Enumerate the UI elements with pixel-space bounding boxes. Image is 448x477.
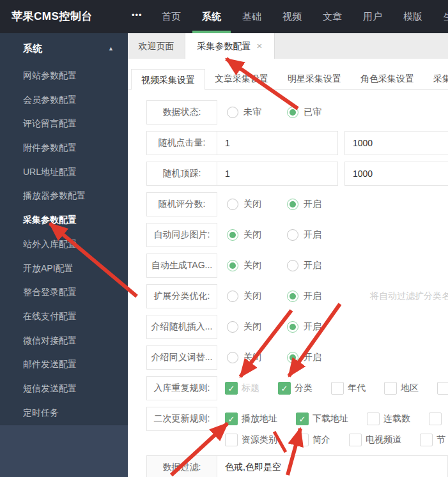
subtab-collect-more[interactable]: 采集: [424, 68, 448, 89]
app-title: 苹果CMS控制台: [12, 0, 93, 33]
sidebar-item-online-pay[interactable]: 在线支付配置: [0, 305, 128, 329]
sidebar-section-system[interactable]: 系统 ▲: [0, 33, 128, 64]
subtab-role-collect[interactable]: 角色采集设置: [351, 68, 424, 89]
radio-icon: [227, 107, 238, 118]
checkbox-icon: [296, 434, 309, 446]
checkbox-title[interactable]: ✓ 标题: [225, 382, 259, 395]
sidebar-item-collect-params[interactable]: 采集参数配置: [0, 208, 128, 232]
form-row-random-score: 随机评分数: 关闭 开启: [146, 192, 448, 216]
nav-home[interactable]: 首页: [162, 0, 181, 33]
checkbox-icon: [349, 434, 362, 446]
checkbox-year[interactable]: 年代: [331, 382, 366, 395]
radio-audited[interactable]: 已审: [287, 107, 321, 118]
radio-off[interactable]: 关闭: [227, 321, 261, 333]
radio-off[interactable]: 关闭: [227, 229, 261, 241]
checkbox-icon: [331, 382, 344, 395]
radio-on[interactable]: 开启: [287, 199, 321, 210]
nav-basic[interactable]: 基础: [242, 0, 261, 33]
sidebar-item-email[interactable]: 邮件发送配置: [0, 352, 128, 377]
sidebar-footer-panel: [0, 425, 128, 477]
radio-on[interactable]: 开启: [287, 260, 321, 271]
data-filter-input[interactable]: [217, 455, 448, 477]
settings-form: 数据状态: 未审 已审 随机点击量:: [128, 90, 448, 477]
radio-on[interactable]: 开启: [287, 291, 321, 302]
random-hits-max-input[interactable]: [344, 131, 448, 155]
nav-video[interactable]: 视频: [282, 0, 302, 33]
radio-checked-icon: [287, 352, 298, 363]
radio-icon: [287, 229, 298, 241]
checkbox-checked-icon: ✓: [278, 382, 291, 395]
radio-off[interactable]: 关闭: [227, 291, 261, 302]
form-row-random-updown: 随机顶踩:: [146, 162, 448, 186]
tab-collect-params[interactable]: 采集参数配置 ×: [185, 33, 275, 59]
checkbox-clipped[interactable]: [429, 413, 445, 425]
radio-off[interactable]: 关闭: [227, 352, 261, 363]
subtab-video-collect[interactable]: 视频采集设置: [131, 69, 205, 90]
nav-generate[interactable]: 生: [444, 0, 448, 33]
radio-on[interactable]: 开启: [287, 321, 321, 333]
checkbox-checked-icon: ✓: [225, 413, 238, 425]
top-nav: 首页 系统 基础 视频 文章 用户 模版 生: [162, 0, 448, 33]
random-updown-max-input[interactable]: [344, 162, 448, 186]
checkbox-serial-count[interactable]: 连载数: [367, 413, 410, 425]
field-label: 扩展分类优化:: [146, 284, 217, 308]
random-updown-min-input[interactable]: [217, 162, 338, 186]
sidebar-item-wechat[interactable]: 微信对接配置: [0, 329, 128, 353]
radio-checked-icon: [287, 107, 298, 118]
checkbox-download-url[interactable]: ✓ 下载地址: [296, 413, 348, 425]
nav-article[interactable]: 文章: [323, 0, 342, 33]
form-row-intro-synonym: 介绍同义词替... 关闭 开启: [146, 345, 448, 370]
sidebar-item-attachment[interactable]: 附件参数配置: [0, 136, 128, 160]
nav-system[interactable]: 系统: [202, 0, 221, 33]
checkbox-resource-type[interactable]: 资源类别: [225, 434, 277, 446]
subtab-article-collect[interactable]: 文章采集设置: [205, 68, 278, 89]
checkbox-play-url[interactable]: ✓ 播放地址: [225, 413, 277, 425]
form-row-sync-images: 自动同步图片: 关闭 开启: [146, 223, 448, 247]
checkbox-clipped[interactable]: [437, 382, 448, 395]
radio-checked-icon: [287, 199, 298, 210]
sidebar-section-label: 系统: [23, 43, 42, 54]
form-row-update-rule: 二次更新规则: ✓ 播放地址 ✓ 下载地址 连载数: [146, 407, 448, 449]
radio-unaudited[interactable]: 未审: [227, 107, 261, 118]
subtab-star-collect[interactable]: 明星采集设置: [278, 68, 351, 89]
sidebar-item-offsite-import[interactable]: 站外入库配置: [0, 232, 128, 257]
nav-template[interactable]: 模版: [403, 0, 422, 33]
radio-off[interactable]: 关闭: [227, 260, 261, 271]
close-icon[interactable]: ×: [257, 33, 263, 59]
checkbox-icon: [225, 434, 238, 446]
sidebar-item-player[interactable]: 播放器参数配置: [0, 184, 128, 208]
more-menu-icon[interactable]: •••: [132, 0, 143, 33]
checkbox-icon: [429, 413, 442, 425]
sidebar-item-url[interactable]: URL地址配置: [0, 160, 128, 185]
sidebar-item-login-integration[interactable]: 整合登录配置: [0, 280, 128, 305]
radio-checked-icon: [227, 229, 238, 241]
tab-welcome[interactable]: 欢迎页面: [128, 33, 185, 59]
checkbox-icon: [420, 434, 433, 446]
radio-on[interactable]: 开启: [287, 229, 321, 241]
main-content: 欢迎页面 采集参数配置 × 视频采集设置 文章采集设置 明星采集设置 角色采集设…: [128, 33, 448, 477]
sidebar-item-comment[interactable]: 评论留言配置: [0, 112, 128, 136]
form-row-random-hits: 随机点击量:: [146, 131, 448, 155]
sidebar-item-cron[interactable]: 定时任务: [0, 401, 128, 425]
sidebar-menu: 网站参数配置 会员参数配置 评论留言配置 附件参数配置 URL地址配置 播放器参…: [0, 64, 128, 425]
sidebar-item-open-api[interactable]: 开放API配置: [0, 257, 128, 281]
radio-icon: [287, 260, 298, 271]
sidebar-item-sms[interactable]: 短信发送配置: [0, 377, 128, 401]
field-label: 随机评分数:: [146, 192, 217, 216]
random-hits-min-input[interactable]: [217, 131, 338, 155]
sidebar-item-site-params[interactable]: 网站参数配置: [0, 64, 128, 88]
checkbox-tv-channel[interactable]: 电视频道: [349, 434, 401, 446]
radio-on[interactable]: 开启: [287, 352, 321, 363]
radio-off[interactable]: 关闭: [227, 199, 261, 210]
field-label: 二次更新规则:: [146, 407, 217, 431]
checkbox-icon: [437, 382, 448, 395]
checkbox-category[interactable]: ✓ 分类: [278, 382, 313, 395]
sidebar-item-member-params[interactable]: 会员参数配置: [0, 88, 128, 112]
checkbox-intro[interactable]: 简介: [296, 434, 330, 446]
field-label: 入库重复规则:: [146, 376, 217, 400]
nav-user[interactable]: 用户: [363, 0, 382, 33]
form-row-data-status: 数据状态: 未审 已审: [146, 100, 448, 125]
checkbox-area[interactable]: 地区: [384, 382, 419, 395]
checkbox-program[interactable]: 节: [420, 434, 445, 446]
radio-icon: [227, 352, 238, 363]
